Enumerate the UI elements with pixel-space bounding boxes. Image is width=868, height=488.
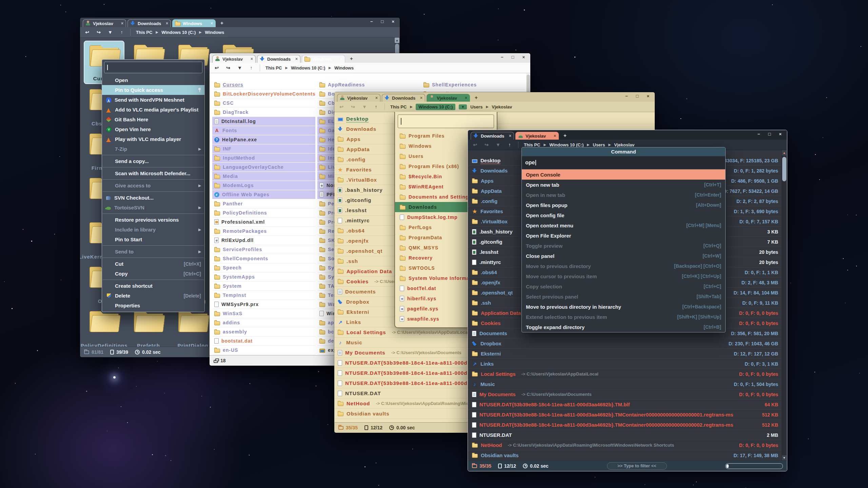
file-row-dropbox[interactable]: DropboxD: 230, F: 1043, 46 GB (468, 339, 787, 349)
breadcrumb-item-users[interactable]: Users (593, 142, 605, 147)
breadcrumb-item-windows-10-c[interactable]: Windows 10 (C:) (291, 65, 325, 70)
file-row-offline-web-pages[interactable]: Offline Web Pages (212, 190, 315, 199)
palette-item-move-to-previous-directory[interactable]: Move to previous directory[Backspace] [C… (522, 261, 725, 271)
breadcrumb-item-windows[interactable]: Windows (334, 65, 354, 70)
forward-button[interactable]: ↪ (484, 142, 490, 147)
menu-item-cut[interactable]: Cut[Ctrl+X] (102, 259, 204, 269)
breadcrumb-item-windows-10-c[interactable]: Windows 10 (C:) (161, 30, 196, 35)
history-dropdown-button[interactable]: ▼ (107, 29, 113, 35)
menu-item-scan-with-microsoft-defender[interactable]: Scan with Microsoft Defender... (102, 168, 204, 178)
file-row-addins[interactable]: addins (212, 318, 315, 327)
forward-button[interactable]: ↪ (96, 29, 102, 35)
menu-item-include-in-library[interactable]: Include in library▶ (102, 225, 204, 235)
file-row-obsidian-vaults[interactable]: Obsidian vaultsD: 17, F: 149, 38 MB (468, 450, 787, 461)
tab-vjekoslav[interactable]: Vjekoslav× (515, 132, 559, 140)
grid-item-policydefinitions[interactable]: PolicyDefinitions (84, 307, 124, 347)
close-button[interactable]: × (522, 55, 525, 60)
palette-item-open-files-popup[interactable]: Open files popup[Alt+Down] (522, 200, 725, 210)
file-row-inf[interactable]: INF (212, 144, 315, 154)
grid-item-printdialog[interactable]: PrintDialog (173, 307, 213, 347)
breadcrumb-item-users[interactable]: Users (470, 104, 482, 109)
titlebar[interactable]: Vjekoslav×Downloads×Windows×+−□× (210, 53, 530, 63)
menu-item-send-with-nordvpn-meshnet[interactable]: Send with NordVPN Meshnet (102, 95, 204, 105)
file-row-music[interactable]: MusicD: 0, F: 1, 504 bytes (468, 379, 787, 389)
close-tab-icon[interactable]: × (509, 134, 511, 138)
file-row-ntuser-dat-53b39e88-18c4-11ea-a811-000d3aa4692b-tm-blf[interactable]: NTUSER.DAT{53b39e88-18c4-11ea-a811-000d3… (468, 400, 787, 410)
file-row-dtcinstall-log[interactable]: DtcInstall.log (212, 117, 315, 126)
titlebar[interactable]: Downloads×Vjekoslav×+−□× (468, 130, 787, 140)
tab-downloads[interactable]: Downloads× (257, 55, 300, 63)
file-row-system[interactable]: System (212, 282, 315, 291)
file-row-serviceprofiles[interactable]: ServiceProfiles (212, 245, 315, 254)
file-row-panther[interactable]: Panther (212, 199, 315, 208)
file-row-helppane-exe[interactable]: HelpPane.exe (212, 135, 315, 144)
minimize-button[interactable]: − (625, 94, 628, 99)
menu-item-open[interactable]: Open (102, 75, 204, 85)
history-dropdown-button[interactable]: ▼ (495, 142, 501, 147)
file-row-diagtrack[interactable]: DiagTrack (212, 108, 315, 117)
maximize-button[interactable]: □ (768, 131, 771, 137)
file-row-speech[interactable]: Speech (212, 263, 315, 272)
close-tab-icon[interactable]: × (465, 96, 467, 100)
breadcrumb-item-windows-10-c[interactable]: Windows 10 (C:) (549, 142, 584, 147)
up-button[interactable]: ↑ (119, 29, 125, 35)
new-tab-button[interactable]: + (220, 20, 223, 26)
palette-item-close-panel[interactable]: Close panel[Ctrl+W] (522, 251, 725, 261)
palette-item-extend-selection-to-previous-item[interactable]: Extend selection to previous item[Shift+… (522, 312, 725, 322)
file-row-assembly[interactable]: assembly (212, 327, 315, 337)
menu-item-play-with-vlc-media-player[interactable]: Play with VLC media player (102, 134, 204, 144)
forward-button[interactable]: ↪ (350, 104, 356, 109)
file-row-languageoverlaycache[interactable]: LanguageOverlayCache (212, 163, 315, 172)
file-row-bootstat-dat[interactable]: bootstat.dat (212, 337, 315, 346)
grid-item-prefetch[interactable]: Prefetch (128, 307, 169, 347)
menu-item-tortoisesvn[interactable]: TortoiseSVN▶ (102, 203, 204, 212)
menu-item-pin-to-start[interactable]: Pin to Start (102, 235, 204, 244)
tab-windows[interactable]: Windows× (172, 19, 216, 27)
tab-vjekoslav[interactable]: Vjekoslav× (427, 94, 470, 102)
close-button[interactable]: × (647, 94, 649, 99)
history-dropdown-button[interactable]: ▼ (237, 65, 243, 70)
breadcrumb-item-this-pc[interactable]: This PC (265, 65, 282, 70)
close-tab-icon[interactable]: × (166, 21, 168, 26)
file-row-eksterni[interactable]: EksterniD: 12, F: 127, 12 GB (468, 349, 787, 359)
breadcrumb-item-vjekoslav[interactable]: Vjekoslav (614, 142, 634, 147)
file-row-nethood[interactable]: NetHood-> C:\Users\Vjekoslav\AppData\Roa… (468, 440, 787, 450)
close-tab-icon[interactable]: × (375, 96, 378, 100)
back-button[interactable]: ↩ (84, 29, 90, 35)
menu-item-open-vim-here[interactable]: Open Vim here (102, 124, 204, 134)
palette-item-open-config-file[interactable]: Open config file (522, 210, 725, 220)
dropdown-filter-input[interactable] (398, 115, 494, 128)
file-row-ntuser-dat-53b39e88-18c4-11ea-a811-000d3aa4692b-tmcontainer00000000000000000002-regtrans-ms[interactable]: NTUSER.DAT{53b39e88-18c4-11ea-a811-000d3… (468, 420, 787, 430)
tab-downloads[interactable]: Downloads× (471, 132, 514, 140)
menu-item-copy[interactable]: Copy[Ctrl+C] (102, 269, 204, 279)
file-row-media[interactable]: Media (212, 172, 315, 181)
tab-downloads[interactable]: Downloads× (382, 94, 425, 102)
palette-item-open-console[interactable]: Open Console (522, 169, 725, 180)
breadcrumb-item-windows[interactable]: Windows (205, 30, 224, 35)
maximize-button[interactable]: □ (512, 55, 514, 60)
file-row-my-documents[interactable]: My Documents-> C:\Users\Vjekoslav\Docume… (468, 389, 787, 400)
command-palette[interactable]: CommandopeOpen ConsoleOpen new tab[Ctrl+… (521, 147, 726, 332)
file-row-professional-xml[interactable]: Professional.xml (212, 218, 315, 227)
tab-downloads[interactable]: Downloads× (127, 19, 171, 27)
menu-item-add-to-vlc-media-player-s-playlist[interactable]: Add to VLC media player's Playlist (102, 105, 204, 115)
breadcrumb-item-vjekoslav[interactable]: Vjekoslav (492, 104, 512, 109)
file-row-local-settings[interactable]: Local Settings-> C:\Users\Vjekoslav\AppD… (468, 369, 787, 379)
up-button[interactable]: ↑ (507, 142, 513, 147)
file-row-policydefinitions[interactable]: PolicyDefinitions (212, 208, 315, 218)
file-row-systemapps[interactable]: SystemApps (212, 272, 315, 282)
close-button[interactable]: × (779, 131, 782, 137)
close-tab-icon[interactable]: × (211, 21, 213, 26)
file-row-links[interactable]: LinksD: 0, F: 3, 1 KB (468, 359, 787, 369)
palette-query-input[interactable]: ope (522, 156, 725, 169)
breadcrumb-dropdown-button[interactable]: ▼ (459, 104, 467, 109)
scroll-thumb[interactable] (782, 157, 786, 181)
file-row-cursors[interactable]: Cursors (212, 80, 315, 89)
tab-windows[interactable]: Windows× (302, 55, 345, 63)
minimize-button[interactable]: − (370, 19, 373, 24)
new-tab-button[interactable]: + (475, 95, 478, 100)
palette-item-open-in-new-tab[interactable]: Open in new tab[Ctrl+Enter] (522, 190, 725, 200)
file-row-ntuser-dat-53b39e88-18c4-11ea-a811-000d3aa4692b-tmcontainer00000000000000000001-regtrans-ms[interactable]: NTUSER.DAT{53b39e88-18c4-11ea-a811-000d3… (468, 410, 787, 420)
close-tab-icon[interactable]: × (554, 134, 556, 138)
back-button[interactable]: ↩ (214, 65, 220, 70)
